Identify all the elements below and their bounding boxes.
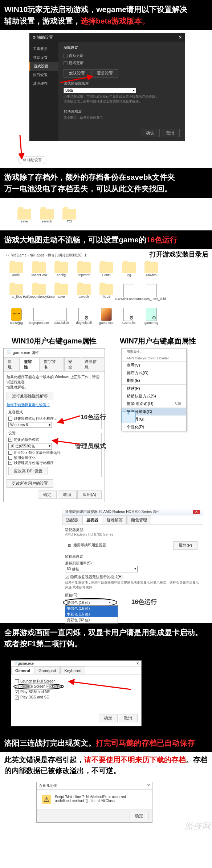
s5-line2: 或者按F1第二项打钩。: [4, 639, 82, 648]
monitor-thumb[interactable]: ①: [121, 412, 136, 422]
crumb[interactable]: rail_apps: [30, 253, 45, 257]
amd-refresh-dropdown[interactable]: 60 赫兹: [65, 566, 138, 572]
section-2-header: 游戏除了存档外，额外的存档备份在savebk文件夹 万一电池没电了存档丢失，可以…: [0, 168, 212, 198]
folder[interactable]: log: [119, 262, 139, 277]
chk-fs-label: 禁用全屏优化: [14, 456, 36, 460]
btn-ok[interactable]: 确定: [38, 491, 57, 499]
tab[interactable]: 适配器: [62, 516, 82, 524]
ctx-top2: AMD Catalyst Control Center: [122, 355, 186, 362]
err-ok-button[interactable]: 确定: [130, 812, 148, 820]
folder[interactable]: CacheData: [29, 262, 49, 277]
chk-admin[interactable]: [8, 461, 12, 465]
color-option[interactable]: 真彩色 (32 位): [65, 617, 118, 623]
folder-savebk[interactable]: savebk: [37, 209, 57, 223]
btn-monitor-props[interactable]: 属性(P): [173, 541, 197, 550]
folder[interactable]: RailDependencyStore: [29, 284, 49, 301]
crumb[interactable]: WeGame: [11, 253, 26, 257]
arrow-overlay: [0, 30, 212, 168]
chk-compat-mode[interactable]: [8, 417, 12, 421]
folder[interactable]: audio: [7, 262, 26, 277]
folder[interactable]: Fonts: [97, 262, 116, 277]
file-label: game.reg: [144, 321, 158, 325]
tab[interactable]: 常规: [4, 357, 20, 371]
file-label: depends: [78, 273, 90, 277]
tab[interactable]: 疑难解答: [103, 516, 127, 524]
prop-title: 📄 game.exe 属性: [4, 349, 105, 357]
tab-compat[interactable]: 兼容性: [20, 357, 40, 371]
folder[interactable]: depends: [74, 262, 94, 277]
btn-allusers[interactable]: 更改所有用户的设置: [7, 479, 53, 488]
file[interactable]: 2000826_user_id.id: [142, 284, 161, 301]
s6-2b: 请不要使用不明来历下载的存档: [84, 756, 186, 764]
win10-properties-window: 📄 game.exe 属性 常规 兼容性 数字签名 安全 详细信息 如果此程序不…: [3, 348, 105, 502]
btn-dpi[interactable]: 更改高 DPI 设置: [8, 467, 48, 475]
ctx-item[interactable]: 排序方式(O): [122, 369, 186, 377]
svg-line-0: [20, 135, 22, 159]
chk-fullscreen[interactable]: [8, 456, 12, 460]
tab[interactable]: 颜色管理: [127, 516, 151, 524]
tab-monitor[interactable]: 监视器: [82, 516, 102, 524]
color-option[interactable]: 中彩色 (16 位): [65, 612, 118, 617]
folder-tcl[interactable]: TCl: [60, 209, 79, 223]
folder-save[interactable]: save: [15, 209, 34, 223]
file-label: game.exe: [99, 321, 114, 325]
file-label: log: [127, 273, 131, 277]
err-msg1: Script 'Main' line 7: NoMethodError occu…: [55, 795, 126, 799]
file-game-exe[interactable]: game.exe: [97, 308, 116, 325]
install-dir-row2: ral_files RailDependencyStore save saveb…: [3, 280, 209, 304]
ctx-item[interactable]: 个性化(R): [122, 423, 186, 431]
file-label: Game.ini: [122, 321, 135, 325]
btn-troubleshoot[interactable]: 运行兼容性疑难解答: [7, 392, 53, 400]
file[interactable]: 〰8io.twjpg: [7, 308, 26, 325]
s5-line1: 全屏游戏画面一直闪烁，双显卡用户请是用集成显卡启动。: [4, 628, 203, 637]
color-option[interactable]: 增强色 (16 位): [65, 606, 118, 612]
folder[interactable]: config: [52, 262, 71, 277]
folder[interactable]: TCLS: [97, 284, 116, 301]
ctx-shortcut: Ctrl: [175, 401, 181, 405]
compat-os-dropdown[interactable]: Windows 8: [8, 422, 52, 427]
tab[interactable]: 详细信息: [81, 357, 104, 371]
ctx-item[interactable]: 查看(V): [122, 362, 186, 369]
install-dir-row1: audio CacheData config depends Fonts log…: [3, 259, 209, 280]
crumb[interactable]: 吞食孔明传(2000826)_1: [48, 253, 86, 257]
color-depth-dropdown[interactable]: 16 位(65536)色: [8, 443, 52, 450]
s6-line1a: 洛阳三连战打完出现英文。: [4, 739, 96, 747]
amd-hint: 如果不复选该项，则您可以选择那些该监视器无法正常显示的显示模式。这样会导致无法显…: [65, 580, 200, 590]
folder[interactable]: Movies: [142, 262, 161, 277]
close-icon[interactable]: ✕: [193, 510, 200, 514]
err-msg2: undefined method '[]=' for nil:NilClass: [55, 799, 126, 803]
s6-2a: 此英文错误是存档引起，: [4, 756, 84, 764]
anno-admin: 管理员模式: [75, 442, 106, 450]
chk-hide-modes[interactable]: [65, 575, 69, 579]
tab[interactable]: 数字签名: [40, 357, 64, 371]
file-label: bugreport.exe: [29, 321, 49, 325]
folder[interactable]: save: [52, 284, 71, 301]
ctx-item[interactable]: 粘贴快捷方式(S): [122, 392, 186, 400]
btn-cancel[interactable]: 取消: [58, 491, 77, 499]
anno-amd-16: 16色运行: [131, 598, 157, 605]
file-label: CacheData: [30, 273, 47, 277]
prop-title-text: game.exe 属性: [13, 350, 39, 355]
file-label: savebk: [79, 295, 89, 299]
chk-640[interactable]: [8, 451, 12, 455]
file[interactable]: data.lwkpk: [52, 308, 71, 325]
compat-desc2: 性疑难解答。: [7, 385, 102, 390]
ctx-item[interactable]: 撤消 重命名(U)Ctrl: [122, 400, 186, 408]
file[interactable]: game.reg: [142, 308, 161, 325]
btn-apply[interactable]: 应用(A): [77, 491, 102, 499]
ctx-top: 图形属性...: [122, 349, 186, 355]
chk-color-label: 简化的颜色模式: [14, 438, 39, 442]
file[interactable]: Game.ini: [119, 308, 139, 325]
folder[interactable]: savebk: [74, 284, 94, 301]
ctx-item[interactable]: 粘贴(P): [122, 385, 186, 392]
chk-reduced-color[interactable]: [8, 438, 12, 442]
file[interactable]: bugreport.exe: [29, 308, 49, 325]
tab[interactable]: 安全: [64, 357, 80, 371]
link-manual[interactable]: 如何手动选择兼容性设置？: [7, 403, 50, 407]
file[interactable]: TGPMiniLoader.exe: [119, 284, 139, 301]
ctx-item[interactable]: 刷新(E): [122, 377, 186, 384]
file[interactable]: dbghelp.dll: [74, 308, 94, 325]
amd-monitor-name: 通用即插即用监视器: [73, 543, 106, 548]
err-title: 吞食孔明传: [39, 783, 57, 788]
close-icon[interactable]: ✕: [147, 783, 150, 788]
